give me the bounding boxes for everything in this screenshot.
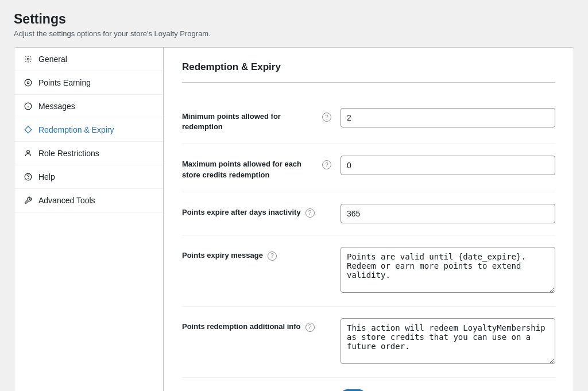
sidebar-item-messages[interactable]: Messages xyxy=(14,95,163,118)
form-row-expiry-message: Points expiry message? xyxy=(182,235,555,307)
svg-point-9 xyxy=(28,179,29,179)
input-expire-days[interactable] xyxy=(341,204,555,223)
form-row-expire-days: Points expire after days inactivity? xyxy=(182,192,555,235)
sidebar-item-points-earning[interactable]: Points Earning xyxy=(14,71,163,95)
sidebar-item-redemption-expiry[interactable]: Redemption & Expiry xyxy=(14,118,163,142)
sidebar-item-label-role-restrictions: Role Restrictions xyxy=(38,149,99,158)
gear-icon xyxy=(24,55,33,64)
form-label-expiry-message: Points expiry message xyxy=(182,250,263,261)
sidebar: GeneralPoints EarningMessagesRedemption … xyxy=(14,48,164,391)
help-icon-expiry-message[interactable]: ? xyxy=(268,251,277,261)
svg-point-7 xyxy=(27,150,30,153)
help-icon-max-points[interactable]: ? xyxy=(322,160,331,169)
form-field-col-max-points xyxy=(341,156,555,175)
svg-point-2 xyxy=(27,82,29,84)
form-field-col-expiry-message xyxy=(341,247,555,295)
diamond-icon xyxy=(24,125,33,134)
sidebar-item-label-redemption-expiry: Redemption & Expiry xyxy=(38,125,114,134)
form-row-redemption-info: Points redemption additional info? xyxy=(182,307,555,378)
sidebar-item-label-help: Help xyxy=(38,172,55,181)
help-icon-redemption-info[interactable]: ? xyxy=(305,323,315,332)
sidebar-item-label-advanced-tools: Advanced Tools xyxy=(38,196,95,205)
textarea-redemption-info[interactable] xyxy=(341,318,555,364)
main-content: Redemption & Expiry Minimum points allow… xyxy=(164,48,574,391)
circle-i-icon xyxy=(24,102,33,111)
page-subtitle: Adjust the settings options for your sto… xyxy=(14,29,574,38)
form-label-col-redemption-info: Points redemption additional info? xyxy=(182,318,331,332)
settings-container: GeneralPoints EarningMessagesRedemption … xyxy=(14,47,574,391)
form-label-expire-days: Points expire after days inactivity xyxy=(182,207,301,218)
form-field-col-expire-days xyxy=(341,204,555,223)
form-label-col-max-points: Maximum points allowed for each store cr… xyxy=(182,156,331,180)
form-fields: Minimum points allowed for redemption?Ma… xyxy=(182,96,555,391)
section-title: Redemption & Expiry xyxy=(182,61,555,83)
form-field-col-min-points xyxy=(341,108,555,127)
wrench-icon xyxy=(24,196,33,205)
sidebar-item-advanced-tools[interactable]: Advanced Tools xyxy=(14,189,163,212)
svg-marker-6 xyxy=(25,126,32,133)
person-icon xyxy=(24,149,33,158)
help-icon-expire-days[interactable]: ? xyxy=(305,208,315,218)
circle-dot-icon xyxy=(24,78,33,87)
sidebar-item-general[interactable]: General xyxy=(14,48,163,71)
form-label-min-points: Minimum points allowed for redemption xyxy=(182,111,318,132)
input-max-points[interactable] xyxy=(341,156,555,175)
svg-point-1 xyxy=(25,79,32,86)
input-min-points[interactable] xyxy=(341,108,555,127)
form-label-col-expiry-message: Points expiry message? xyxy=(182,247,331,261)
form-row-max-points: Maximum points allowed for each store cr… xyxy=(182,144,555,192)
form-label-col-min-points: Minimum points allowed for redemption? xyxy=(182,108,331,132)
sidebar-item-label-messages: Messages xyxy=(38,102,75,111)
form-row-min-points: Minimum points allowed for redemption? xyxy=(182,96,555,144)
svg-point-0 xyxy=(27,58,29,60)
sidebar-item-label-general: General xyxy=(38,55,67,64)
page-title: Settings xyxy=(14,11,574,27)
form-field-col-redemption-info xyxy=(341,318,555,366)
help-circle-icon xyxy=(24,172,33,181)
form-label-col-expire-days: Points expire after days inactivity? xyxy=(182,204,331,218)
form-label-redemption-info: Points redemption additional info xyxy=(182,322,301,332)
form-label-max-points: Maximum points allowed for each store cr… xyxy=(182,159,318,180)
help-icon-min-points[interactable]: ? xyxy=(322,113,331,122)
sidebar-item-help[interactable]: Help xyxy=(14,165,163,189)
sidebar-item-label-points-earning: Points Earning xyxy=(38,78,91,87)
form-row-hide-checkout: Hide Checkout Form If Points Don't Meet … xyxy=(182,378,555,391)
textarea-expiry-message[interactable] xyxy=(341,247,555,293)
sidebar-item-role-restrictions[interactable]: Role Restrictions xyxy=(14,142,163,165)
